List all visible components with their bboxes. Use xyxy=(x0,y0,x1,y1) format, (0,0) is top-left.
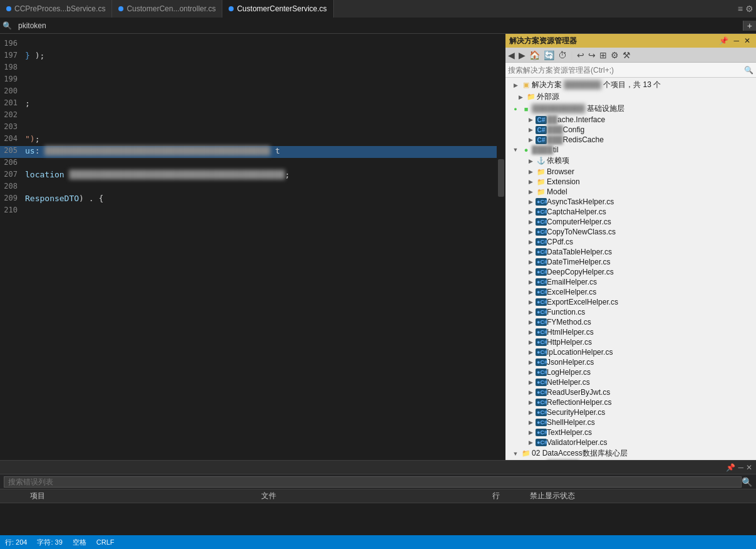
tree-item-http[interactable]: ▶ ●C# HttpHelper.cs xyxy=(505,337,756,347)
tree-item-infra[interactable]: ● ■ ██████████ 基础设施层 xyxy=(505,103,756,115)
tab-label: CCPreProces...bService.cs xyxy=(14,4,105,13)
tree-label: ███Config xyxy=(547,125,756,134)
tree-item-validator[interactable]: ▶ ●C# ValidatorHelper.cs xyxy=(505,437,756,447)
se-search-icon: 🔍 xyxy=(744,66,753,75)
se-undo-button[interactable]: ↩ xyxy=(576,50,586,60)
tree-item-text[interactable]: ▶ ●C# TextHelper.cs xyxy=(505,427,756,437)
bottom-minimize-button[interactable]: ─ xyxy=(738,463,743,472)
cs-icon: ●C# xyxy=(536,308,547,316)
solution-label: 解决方案 ███████ 个项目，共 13 个 xyxy=(532,80,756,90)
tab-ccpreprocess[interactable]: CCPreProces...bService.cs xyxy=(0,0,112,18)
tree-label: DataTableHelper.cs xyxy=(547,248,756,256)
tree-item-browser[interactable]: ▶ 📁 Browser xyxy=(505,167,756,177)
se-back-button[interactable]: ◀ xyxy=(507,50,516,60)
tree-item-cache-interface[interactable]: ▶ C# ██ache.Interface xyxy=(505,115,756,125)
tree-item-security[interactable]: ▶ ●C# SecurityHelper.cs xyxy=(505,407,756,417)
tree-item-html[interactable]: ▶ ●C# HtmlHelper.cs xyxy=(505,327,756,337)
tree-item-deepcopy[interactable]: ▶ ●C# DeepCopyHelper.cs xyxy=(505,267,756,277)
tree-item-excel[interactable]: ▶ ●C# ExcelHelper.cs xyxy=(505,287,756,297)
tab-list-button[interactable]: ≡ xyxy=(738,4,743,14)
tree-item-config[interactable]: ▶ C# ███Config xyxy=(505,125,756,135)
se-sync-button[interactable]: 🔄 xyxy=(542,50,556,60)
cs-icon: ●C# xyxy=(536,389,547,396)
cs-icon: ●C# xyxy=(536,429,547,436)
tree-label: ███RedisCache xyxy=(547,135,756,144)
tree-item-copynew[interactable]: ▶ ●C# CopyToNewClass.cs xyxy=(505,227,756,237)
tree-label: HtmlHelper.cs xyxy=(547,328,756,337)
se-filter-button[interactable]: ⏱ xyxy=(557,50,568,60)
tree-label: Extension xyxy=(547,177,756,186)
tree-item-function[interactable]: ▶ ●C# Function.cs xyxy=(505,307,756,317)
se-home-button[interactable]: 🏠 xyxy=(528,50,541,60)
tree-item-datetime[interactable]: ▶ ●C# DateTimeHelper.cs xyxy=(505,257,756,267)
tree-item-shell[interactable]: ▶ ●C# ShellHelper.cs xyxy=(505,417,756,427)
se-tree[interactable]: ▶ ▣ 解决方案 ███████ 个项目，共 13 个 ▶ 📁 外部源 ● ■ … xyxy=(505,78,756,460)
tree-item-redis[interactable]: ▶ C# ███RedisCache xyxy=(505,135,756,145)
cs-icon: ●C# xyxy=(536,439,547,446)
se-redo-button[interactable]: ↪ xyxy=(587,50,597,60)
code-editor[interactable]: 196 197 } ); 198 199 200 201 ; xyxy=(0,34,505,460)
se-settings-button[interactable]: ⚙ xyxy=(609,50,620,60)
tree-item-model[interactable]: ▶ 📁 Model xyxy=(505,187,756,197)
tree-item-util[interactable]: ▼ ● ████til xyxy=(505,145,756,155)
tree-item-computer[interactable]: ▶ ●C# ComputerHelper.cs xyxy=(505,217,756,227)
editor-scrollbar[interactable] xyxy=(497,34,505,460)
editor-search-bar: 🔍 pkitoken + xyxy=(0,18,756,34)
tab-controls: ≡ ⚙ xyxy=(738,4,756,14)
search-add-button[interactable]: + xyxy=(743,21,756,31)
error-search-input[interactable] xyxy=(4,476,742,488)
se-forward-button[interactable]: ▶ xyxy=(517,50,527,60)
cs-icon: C# xyxy=(536,126,547,134)
scrollbar-thumb xyxy=(498,159,504,197)
tree-item-captcha[interactable]: ▶ ●C# CaptchaHelper.cs xyxy=(505,207,756,217)
tree-item-dependencies[interactable]: ▶ ⚓ 依赖项 xyxy=(505,155,756,167)
tree-item-json[interactable]: ▶ ●C# JsonHelper.cs xyxy=(505,357,756,367)
tree-label: FYMethod.cs xyxy=(547,318,756,327)
tree-item-external[interactable]: ▶ 📁 外部源 xyxy=(505,91,756,103)
se-search-input[interactable] xyxy=(508,66,744,75)
cs-icon: ●C# xyxy=(536,399,547,406)
se-minimize-button[interactable]: ─ xyxy=(732,36,741,45)
se-search-bar: 🔍 xyxy=(505,63,756,78)
cs-icon: ●C# xyxy=(536,338,547,346)
cs-icon: ●C# xyxy=(536,228,547,236)
se-more-button[interactable]: ⚒ xyxy=(621,50,632,60)
tree-label: CPdf.cs xyxy=(547,238,756,246)
tree-item-exportexcel[interactable]: ▶ ●C# ExportExcelHelper.cs xyxy=(505,297,756,307)
tree-item-readuser[interactable]: ▶ ●C# ReadUserByJwt.cs xyxy=(505,387,756,397)
status-bar: 行: 204 字符: 39 空格 CRLF xyxy=(0,535,756,549)
se-view-button[interactable]: ⊞ xyxy=(598,50,608,60)
tree-label: ReflectionHelper.cs xyxy=(547,398,756,407)
tab-customercenterservice[interactable]: CustomerCenterService.cs xyxy=(222,0,333,18)
tree-item-log[interactable]: ▶ ●C# LogHelper.cs xyxy=(505,367,756,377)
tree-item-net[interactable]: ▶ ●C# NetHelper.cs xyxy=(505,377,756,387)
tab-settings-button[interactable]: ⚙ xyxy=(745,4,753,14)
folder-icon: 📁 xyxy=(526,93,537,101)
cs-icon: ●C# xyxy=(536,328,547,336)
tree-item-asynctask[interactable]: ▶ ●C# AsyncTaskHelper.cs xyxy=(505,197,756,207)
tree-item-fymethod[interactable]: ▶ ●C# FYMethod.cs xyxy=(505,317,756,327)
tree-item-extension[interactable]: ▶ 📁 Extension xyxy=(505,177,756,187)
tree-item-email[interactable]: ▶ ●C# EmailHelper.cs xyxy=(505,277,756,287)
code-line: 204 "); xyxy=(0,134,505,146)
tree-item-cpdf[interactable]: ▶ ●C# CPdf.cs xyxy=(505,237,756,247)
tree-item-datatable[interactable]: ▶ ●C# DataTableHelper.cs xyxy=(505,247,756,257)
code-line: 210 xyxy=(0,206,505,217)
tree-item-reflection[interactable]: ▶ ●C# ReflectionHelper.cs xyxy=(505,397,756,407)
tree-item-solution[interactable]: ▶ ▣ 解决方案 ███████ 个项目，共 13 个 xyxy=(505,79,756,91)
code-line: 203 xyxy=(0,122,505,134)
tab-customercen-controller[interactable]: CustomerCen...ontroller.cs xyxy=(112,0,222,18)
tree-item-dataaccess[interactable]: ▼ 📁 02 DataAccess数据库核心层 xyxy=(505,447,756,459)
error-search-button[interactable]: 🔍 xyxy=(742,477,752,487)
tree-label: ValidatorHelper.cs xyxy=(547,438,756,447)
tree-label: ReadUserByJwt.cs xyxy=(547,388,756,397)
bottom-pin-button[interactable]: 📌 xyxy=(726,463,735,472)
folder-icon: 📁 xyxy=(536,178,547,186)
se-close-button[interactable]: ✕ xyxy=(742,36,752,45)
bottom-close-button[interactable]: ✕ xyxy=(746,463,752,472)
tree-item-iplocation[interactable]: ▶ ●C# IpLocationHelper.cs xyxy=(505,347,756,357)
code-line: 208 xyxy=(0,182,505,194)
code-line: 209 ResponseDTO) . { xyxy=(0,194,505,206)
se-pin-button[interactable]: 📌 xyxy=(717,36,730,45)
editor-search-input[interactable]: pkitoken xyxy=(14,21,743,30)
